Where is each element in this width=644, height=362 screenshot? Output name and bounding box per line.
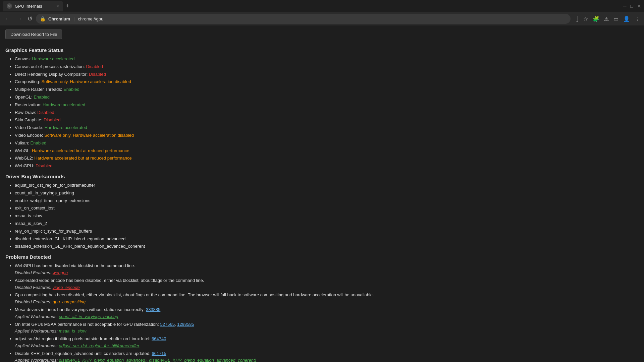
driver-item: adjust_src_dst_region_for_blitframebuffe… (15, 183, 95, 188)
list-item: Video Decode: Hardware accelerated (15, 124, 639, 131)
problem-desc: Disable KHR_blend_equation_advanced unti… (15, 351, 152, 356)
bug-link[interactable]: 333885 (146, 307, 160, 312)
nav-right-icons: ⎦ ☆ 🧩 ⚠ ▭ 👤 ⋮ (575, 14, 641, 23)
tab-favicon: ⚙ (7, 3, 12, 9)
disabled-features-label: Disabled Features: (15, 285, 53, 290)
disabled-features-value[interactable]: gpu_compositing (53, 299, 86, 304)
canvas-oop-status: Disabled (86, 64, 103, 69)
sidebar-toggle[interactable]: ▭ (612, 14, 620, 23)
list-item: exit_on_context_lost (15, 205, 639, 212)
rasterization-status: Hardware accelerated (43, 102, 85, 107)
applied-workarounds-value[interactable]: adjust_src_dst_region_for_blitframebuffe… (59, 343, 140, 348)
address-separator: | (73, 16, 74, 21)
problem-desc: Accelerated video encode has been disabl… (15, 278, 204, 283)
webgl-status: Hardware accelerated but at reduced perf… (32, 148, 129, 153)
list-item: WebGL: Hardware accelerated but at reduc… (15, 147, 639, 155)
problem-desc: adjust src/dst region if blitting pixels… (15, 336, 152, 341)
vulkan-label: Vulkan: (15, 140, 31, 145)
refresh-button[interactable]: ↺ (25, 14, 35, 24)
driver-item: msaa_is_slow_2 (15, 221, 47, 226)
extension-button[interactable]: 🧩 (591, 14, 601, 23)
canvas-status: Hardware accelerated (32, 56, 74, 61)
profile-button[interactable]: ⚠ (603, 14, 610, 23)
webgl2-status: Hardware accelerated but at reduced perf… (34, 156, 132, 161)
compositing-label: Compositing: (15, 79, 41, 84)
list-item: Canvas out-of-process rasterization: Dis… (15, 63, 639, 70)
skia-label: Skia Graphite: (15, 117, 44, 122)
applied-workarounds-label: Applied Workarounds: (15, 358, 59, 362)
video-decode-status: Hardware accelerated (45, 125, 87, 130)
tab-close-btn[interactable]: × (56, 4, 59, 8)
list-item: Compositing: Software only. Hardware acc… (15, 78, 639, 85)
bug-link[interactable]: 661715 (152, 351, 166, 356)
list-item: msaa_is_slow (15, 213, 639, 220)
browser-frame: ⚙ GPU Internals × + ─ □ ✕ ← → ↺ 🔒 Chromi… (0, 0, 644, 25)
applied-workarounds-label: Applied Workarounds: (15, 343, 59, 348)
page-content: Download Report to File Graphics Feature… (0, 25, 644, 362)
close-icon[interactable]: ✕ (637, 3, 641, 9)
video-decode-label: Video Decode: (15, 125, 45, 130)
graphics-title: Graphics Feature Status (5, 47, 639, 53)
driver-item: disabled_extension_GL_KHR_blend_equation… (15, 236, 125, 241)
applied-workarounds-value[interactable]: disable(GL_KHR_blend_equation_advanced),… (59, 358, 256, 362)
raster-threads-label: Multiple Raster Threads: (15, 87, 63, 92)
back-button[interactable]: ← (3, 14, 13, 24)
maximize-icon[interactable]: □ (631, 3, 633, 9)
list-item: WebGL2: Hardware accelerated but at redu… (15, 155, 639, 162)
address-site: Chromium (48, 16, 70, 21)
address-bar[interactable]: 🔒 Chromium | chrome://gpu (36, 14, 571, 24)
list-item: disabled_extension_GL_KHR_blend_equation… (15, 236, 639, 243)
list-item: Direct Rendering Display Compositor: Dis… (15, 71, 639, 78)
webgl-label: WebGL: (15, 148, 32, 153)
list-item: enable_webgl_timer_query_extensions (15, 197, 639, 204)
rawdraw-status: Disabled (37, 110, 54, 115)
driver-section: Driver Bug Workarounds adjust_src_dst_re… (5, 174, 639, 250)
address-url: chrome://gpu (78, 16, 103, 21)
webgpu-status: Disabled (36, 163, 53, 168)
share-button[interactable]: ⎦ (575, 14, 580, 23)
bug-link-1[interactable]: 527565 (160, 322, 175, 327)
vulkan-status: Enabled (31, 140, 47, 145)
user-button[interactable]: 👤 (622, 14, 631, 23)
driver-item: disabled_extension_GL_KHR_blend_equation… (15, 244, 145, 249)
problem-item: WebGPU has been disabled via blocklist o… (15, 262, 639, 277)
problems-section: Problems Detected WebGPU has been disabl… (5, 254, 639, 362)
minimize-icon[interactable]: ─ (623, 3, 627, 9)
list-item: Rasterization: Hardware accelerated (15, 102, 639, 109)
applied-workarounds-label: Applied Workarounds: (15, 314, 59, 319)
tab-title: GPU Internals (15, 4, 42, 9)
bookmark-button[interactable]: ☆ (582, 14, 589, 23)
skia-status: Disabled (44, 117, 61, 122)
new-tab-button[interactable]: + (64, 1, 71, 11)
problem-item: adjust src/dst region if blitting pixels… (15, 336, 639, 350)
problem-desc: Gpu compositing has been disabled, eithe… (15, 292, 374, 297)
driver-list: adjust_src_dst_region_for_blitframebuffe… (5, 182, 639, 250)
problem-desc: On Intel GPUs MSAA performance is not ac… (15, 322, 160, 327)
driver-item: rely_on_implicit_sync_for_swap_buffers (15, 229, 92, 234)
bug-link-2[interactable]: 1298585 (177, 322, 194, 327)
menu-button[interactable]: ⋮ (633, 14, 641, 23)
problem-item: Accelerated video encode has been disabl… (15, 277, 639, 291)
applied-workarounds-value[interactable]: msaa_is_slow (59, 328, 87, 334)
disabled-features-value[interactable]: video_encode (53, 285, 80, 290)
video-encode-label: Video Encode: (15, 133, 44, 138)
bug-link[interactable]: 664740 (152, 336, 166, 341)
applied-workarounds-value[interactable]: count_all_in_varyings_packing (59, 314, 118, 319)
download-report-button[interactable]: Download Report to File (5, 29, 62, 39)
graphics-list: Canvas: Hardware accelerated Canvas out-… (5, 56, 639, 170)
driver-item: enable_webgl_timer_query_extensions (15, 198, 90, 203)
webgpu-label: WebGPU: (15, 163, 36, 168)
webgl2-label: WebGL2: (15, 156, 34, 161)
tab-bar: ⚙ GPU Internals × + ─ □ ✕ (0, 0, 644, 12)
drdc-status: Disabled (89, 72, 106, 77)
list-item: adjust_src_dst_region_for_blitframebuffe… (15, 182, 639, 189)
problems-list: WebGPU has been disabled via blocklist o… (5, 262, 639, 362)
active-tab[interactable]: ⚙ GPU Internals × (3, 1, 63, 11)
problem-desc: WebGPU has been disabled via blocklist o… (15, 263, 135, 268)
nav-bar: ← → ↺ 🔒 Chromium | chrome://gpu ⎦ ☆ 🧩 ⚠ … (0, 12, 644, 25)
security-icon: 🔒 (40, 16, 46, 21)
opengl-status: Enabled (34, 95, 50, 100)
forward-button[interactable]: → (14, 14, 24, 24)
disabled-features-value[interactable]: webgpu (53, 270, 68, 275)
drdc-label: Direct Rendering Display Compositor: (15, 72, 89, 77)
